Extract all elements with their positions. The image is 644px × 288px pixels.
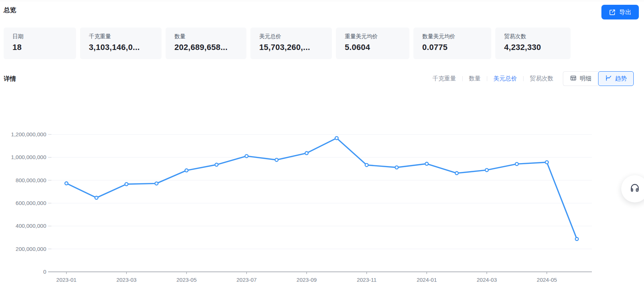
tab-usd-total[interactable]: 美元总价	[493, 75, 517, 83]
stat-card-label: 数量美元均价	[422, 33, 491, 40]
svg-text:800,000,000: 800,000,000	[16, 177, 46, 183]
details-header-row: 详情 千克重量 数量 美元总价 贸易次数 明细	[4, 71, 634, 87]
stat-card-label: 贸易次数	[504, 33, 571, 40]
stat-cards-row: 日期 18 千克重量 3,103,146,0... 数量 202,689,658…	[4, 28, 571, 59]
svg-text:2023-05: 2023-05	[176, 277, 196, 283]
svg-text:2023-01: 2023-01	[56, 277, 76, 283]
stat-card-label: 美元总价	[259, 33, 332, 40]
stat-card-label: 数量	[174, 33, 246, 40]
stat-card-value: 5.0604	[345, 43, 409, 52]
stat-card-value: 15,703,260,...	[259, 43, 332, 52]
stat-card-value: 4,232,330	[504, 43, 571, 52]
stat-card-usd-avg-by-quantity: 数量美元均价 0.0775	[413, 28, 491, 59]
details-title: 详情	[4, 75, 16, 83]
trend-view-button[interactable]: 趋势	[598, 71, 634, 86]
stat-card-label: 重量美元均价	[345, 33, 409, 40]
svg-text:1,200,000,000: 1,200,000,000	[11, 131, 46, 137]
stat-card-usd-total: 美元总价 15,703,260,...	[250, 28, 332, 59]
stat-card-quantity: 数量 202,689,658...	[166, 28, 246, 59]
detail-view-label: 明细	[580, 75, 591, 83]
export-button[interactable]: 导出	[601, 5, 639, 19]
svg-text:2023-11: 2023-11	[357, 277, 377, 283]
svg-text:600,000,000: 600,000,000	[16, 200, 46, 206]
stat-card-usd-avg-by-weight: 重量美元均价 5.0604	[336, 28, 409, 59]
export-icon	[609, 9, 616, 16]
export-button-label: 导出	[619, 8, 632, 17]
table-icon	[570, 75, 577, 83]
headset-icon	[629, 183, 640, 195]
svg-text:2023-07: 2023-07	[236, 277, 257, 283]
view-toggle-group: 明细 趋势	[563, 71, 634, 86]
metric-tabs: 千克重量 数量 美元总价 贸易次数	[433, 75, 553, 83]
svg-text:2024-03: 2024-03	[477, 277, 497, 283]
page-title: 总览	[4, 6, 16, 14]
svg-text:200,000,000: 200,000,000	[16, 246, 46, 252]
svg-text:400,000,000: 400,000,000	[16, 223, 46, 229]
detail-view-button[interactable]: 明细	[563, 71, 598, 86]
stat-card-value: 18	[12, 43, 76, 52]
stat-card-label: 日期	[12, 33, 76, 40]
tab-trade-count[interactable]: 贸易次数	[530, 75, 553, 83]
tab-kg-weight[interactable]: 千克重量	[433, 75, 456, 83]
svg-text:2023-03: 2023-03	[116, 277, 137, 283]
svg-text:2023-09: 2023-09	[297, 277, 317, 283]
svg-text:2024-01: 2024-01	[417, 277, 437, 283]
stat-card-value: 202,689,658...	[174, 43, 246, 52]
stat-card-trade-count: 贸易次数 4,232,330	[495, 28, 571, 59]
trend-chart-icon	[605, 75, 612, 83]
stat-card-label: 千克重量	[89, 33, 162, 40]
tab-quantity[interactable]: 数量	[469, 75, 481, 83]
stat-card-value: 3,103,146,0...	[89, 43, 162, 52]
tab-divider	[523, 76, 524, 81]
top-divider	[0, 1, 644, 1]
svg-text:0: 0	[43, 269, 46, 275]
stat-card-date: 日期 18	[4, 28, 76, 59]
tab-divider	[462, 76, 463, 81]
svg-text:1,000,000,000: 1,000,000,000	[11, 154, 46, 160]
stat-card-value: 0.0775	[422, 43, 491, 52]
stat-card-kg-weight: 千克重量 3,103,146,0...	[80, 28, 162, 59]
trend-chart: 0200,000,000400,000,000600,000,000800,00…	[0, 110, 644, 288]
details-controls: 千克重量 数量 美元总价 贸易次数 明细	[433, 71, 634, 86]
trend-view-label: 趋势	[615, 75, 627, 83]
svg-text:2024-05: 2024-05	[537, 277, 557, 283]
tab-divider	[487, 76, 487, 81]
